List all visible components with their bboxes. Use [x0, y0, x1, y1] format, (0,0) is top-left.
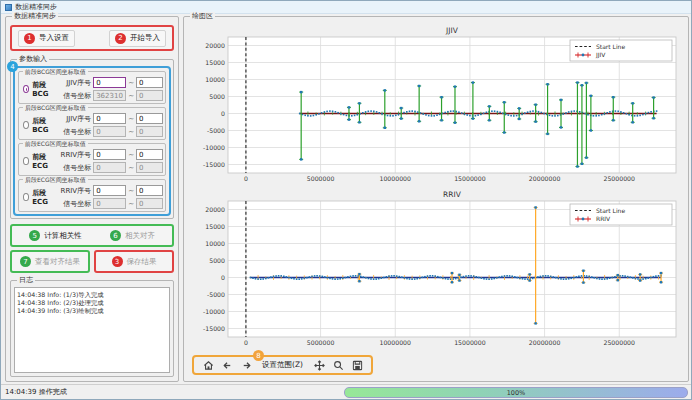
step-badge-2: 2	[115, 33, 126, 44]
svg-text:Start Line: Start Line	[596, 207, 625, 214]
front-ecg-radio[interactable]	[23, 157, 29, 165]
step-badge-7: 7	[20, 256, 31, 267]
home-icon[interactable]	[202, 359, 214, 371]
svg-text:10000000: 10000000	[380, 339, 412, 346]
section-rear-ecg: 后段ECG区间坐标取值 后段ECG RRIV序号	[18, 179, 166, 212]
svg-text:20000: 20000	[205, 42, 225, 49]
svg-text:JJIV: JJIV	[445, 26, 459, 35]
rear-bcg-radio[interactable]	[23, 121, 29, 129]
jjiv-chart-canvas[interactable]: 0500000010000000150000002000000025000000…	[190, 24, 682, 188]
save-result-box: 3 保存结果	[94, 250, 174, 273]
svg-text:15000000: 15000000	[454, 339, 486, 346]
svg-text:25000000: 25000000	[604, 339, 636, 346]
log-group: 日志 14:04:38 Info: (1/3)导入完成 14:04:38 Inf…	[10, 280, 174, 377]
front-bcg-jjiv-to-input[interactable]	[136, 77, 163, 88]
svg-text:-5000: -5000	[207, 291, 225, 298]
svg-text:Start Line: Start Line	[596, 43, 625, 50]
log-output[interactable]: 14:04:38 Info: (1/3)导入完成 14:04:38 Info: …	[14, 287, 170, 373]
svg-text:20000000: 20000000	[529, 175, 561, 182]
svg-text:JJIV: JJIV	[595, 51, 606, 59]
front-bcg-signal-from-input	[93, 90, 126, 101]
sync-panel-label: 数据精准同步	[12, 12, 58, 20]
rear-bcg-jjiv-from-input[interactable]	[93, 113, 126, 124]
section-rear-bcg: 后段BCG区间坐标取值 后段BCG JJIV序号	[18, 107, 166, 140]
section-front-bcg: 前段BCG区间坐标取值 前段BCG JJIV序号	[18, 71, 166, 104]
log-group-label: 日志	[17, 276, 35, 284]
svg-text:10000: 10000	[205, 76, 225, 83]
view-align-result-button[interactable]: 7 查看对齐结果	[15, 253, 85, 270]
svg-text:5000: 5000	[209, 257, 225, 264]
svg-text:15000: 15000	[205, 59, 225, 66]
log-line: 14:04:39 Info: (3/3)绘制完成	[17, 307, 167, 315]
start-import-button[interactable]: 2 开始导入	[109, 30, 166, 47]
svg-text:25000000: 25000000	[604, 175, 636, 182]
rriv-chart-canvas[interactable]: 0500000010000000150000002000000025000000…	[190, 188, 682, 352]
rear-bcg-jjiv-to-input[interactable]	[136, 113, 163, 124]
rear-ecg-signal-to-input	[136, 198, 163, 209]
svg-text:15000000: 15000000	[454, 175, 486, 182]
svg-text:-15000: -15000	[203, 325, 225, 332]
back-icon[interactable]	[221, 359, 233, 371]
svg-text:15000: 15000	[205, 223, 225, 230]
svg-text:0: 0	[244, 175, 248, 182]
front-bcg-radio[interactable]	[23, 85, 29, 93]
front-ecg-signal-to-input	[136, 162, 163, 173]
window-title: 数据精准同步	[15, 2, 57, 12]
import-settings-label: 导入设置	[39, 33, 69, 43]
calc-correlation-button[interactable]: 5 计算相关性	[24, 227, 87, 244]
pan-icon[interactable]	[313, 359, 325, 371]
front-ecg-rriv-to-input[interactable]	[136, 149, 163, 160]
param-sections-box: 4 前段BCG区间坐标取值 前段BCG JJIV序号	[13, 66, 171, 216]
correlation-align-button[interactable]: 6 相关对齐	[105, 227, 160, 244]
plot-panel: 绘图区 050000001000000015000000200000002500…	[183, 16, 689, 382]
main-area: 数据精准同步 1 导入设置 2 开始导入 参数输入 4	[1, 14, 691, 384]
rear-ecg-rriv-from-input[interactable]	[93, 185, 126, 196]
plot-panel-label: 绘图区	[190, 12, 215, 20]
rear-ecg-rriv-to-input[interactable]	[136, 185, 163, 196]
step-badge-6: 6	[110, 230, 121, 241]
start-import-label: 开始导入	[130, 33, 160, 43]
action-buttons: 5 计算相关性 6 相关对齐 7	[10, 224, 174, 273]
view-align-box: 7 查看对齐结果	[10, 250, 90, 273]
param-input-label: 参数输入	[17, 55, 49, 63]
step-badge-4: 4	[7, 61, 18, 72]
front-bcg-jjiv-from-input[interactable]	[93, 77, 126, 88]
set-range-button[interactable]: 8 设置范围(Z)	[259, 359, 306, 371]
rear-bcg-signal-to-input	[136, 126, 163, 137]
correlation-button-group: 5 计算相关性 6 相关对齐	[10, 224, 174, 247]
import-settings-button[interactable]: 1 导入设置	[18, 30, 75, 47]
step-badge-5: 5	[29, 230, 40, 241]
step-badge-3: 3	[112, 256, 123, 267]
svg-text:10000000: 10000000	[380, 175, 412, 182]
save-result-button[interactable]: 3 保存结果	[107, 253, 162, 270]
app-icon	[5, 4, 12, 11]
svg-text:20000: 20000	[205, 206, 225, 213]
param-input-group: 参数输入 4 前段BCG区间坐标取值 前段BCG	[10, 59, 174, 219]
log-line: 14:04:38 Info: (1/3)导入完成	[17, 291, 167, 299]
svg-text:-15000: -15000	[203, 161, 225, 168]
svg-text:-10000: -10000	[203, 308, 225, 315]
import-button-group: 1 导入设置 2 开始导入	[10, 25, 174, 51]
svg-text:0: 0	[244, 339, 248, 346]
sync-panel: 数据精准同步 1 导入设置 2 开始导入 参数输入 4	[5, 16, 179, 382]
svg-text:5000000: 5000000	[307, 175, 335, 182]
svg-text:RRIV: RRIV	[596, 215, 611, 222]
front-ecg-rriv-from-input[interactable]	[93, 149, 126, 160]
status-message: 14:04:39 操作完成	[5, 387, 67, 397]
forward-icon[interactable]	[240, 359, 252, 371]
step-badge-8: 8	[253, 350, 264, 361]
svg-text:20000000: 20000000	[529, 339, 561, 346]
section-front-ecg: 前段ECG区间坐标取值 前段ECG RRIV序号	[18, 143, 166, 176]
plot-toolbar: 8 设置范围(Z)	[192, 355, 373, 375]
svg-text:5000: 5000	[209, 93, 225, 100]
front-ecg-signal-from-input	[93, 162, 126, 173]
save-icon[interactable]	[351, 359, 363, 371]
app-window: 数据精准同步 数据精准同步 1 导入设置 2 开始导入 参数输入	[0, 0, 692, 400]
rear-ecg-radio[interactable]	[23, 193, 29, 201]
front-bcg-signal-to-input	[136, 90, 163, 101]
title-bar: 数据精准同步	[1, 1, 691, 14]
zoom-icon[interactable]	[332, 359, 344, 371]
progress-bar: 100%	[344, 387, 688, 398]
status-bar: 14:04:39 操作完成 100%	[1, 384, 691, 399]
rear-ecg-signal-from-input	[93, 198, 126, 209]
